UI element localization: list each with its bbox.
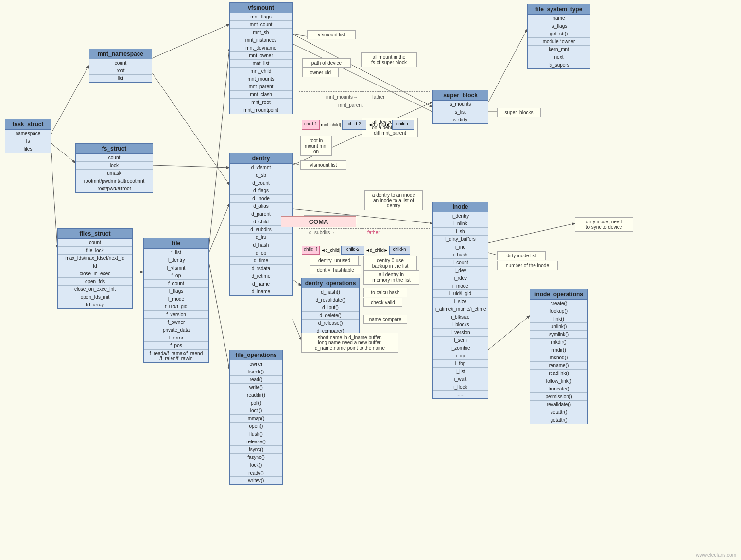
dentry-d-inode: d_inode bbox=[230, 195, 292, 203]
inode-i-blksize: i_blksize bbox=[433, 313, 488, 321]
file-system-type-box: file_system_type name fs_flags get_sb() … bbox=[527, 4, 590, 69]
vfsmount-mnt-count: mnt_count bbox=[230, 21, 292, 29]
iop-follow: follow_link() bbox=[530, 377, 587, 385]
note-all-mount: all mount in thefs of super block bbox=[361, 52, 417, 67]
inode-i-ino: i_ino bbox=[433, 243, 488, 251]
task-struct-box: task_struct namespace fs files bbox=[5, 119, 51, 153]
vfsmount-mnt-mountpoint: mnt_mountpoint bbox=[230, 106, 292, 114]
dentry-d-name: d_name bbox=[230, 280, 292, 288]
sb-s-list: s_list bbox=[433, 108, 488, 116]
do-d-revalidate: d_revalidate() bbox=[302, 296, 359, 304]
dentry-title: dentry bbox=[230, 153, 292, 164]
file-operations-title: file_operations bbox=[230, 350, 282, 360]
inode-i-nlink: i_nlink bbox=[433, 220, 488, 228]
iop-create: create() bbox=[530, 300, 587, 307]
inode-i-sb: i_sb bbox=[433, 228, 488, 236]
vfsmount-mnt-clash: mnt_clash bbox=[230, 91, 292, 99]
vfsmount-mnt-owner: mnt_owner bbox=[230, 52, 292, 60]
child-dentry-1: child-1 bbox=[302, 246, 320, 255]
inode-i-wait: i_wait bbox=[433, 375, 488, 383]
file-f-count: f_count bbox=[144, 280, 208, 288]
vfsmount-mnt-child: mnt_child bbox=[230, 68, 292, 75]
sb-s-dirty: s_dirty bbox=[433, 116, 488, 123]
inode-i-sem: i_sem bbox=[433, 337, 488, 344]
fs-struct-rootmnt: rootmnt/pwdmnt/altroootmnt bbox=[76, 177, 153, 185]
svg-line-14 bbox=[293, 279, 301, 286]
fst-module-owner: module *owner bbox=[528, 38, 590, 46]
mnt-namespace-box: mnt_namespace count root list bbox=[89, 49, 152, 83]
fs-struct-root: root/pwd/altroot bbox=[76, 185, 153, 192]
iop-permission: permission() bbox=[530, 393, 587, 401]
fs-struct-lock: lock bbox=[76, 162, 153, 170]
iop-truncate: truncate() bbox=[530, 385, 587, 393]
fs-struct-title: fs_struct bbox=[76, 144, 153, 154]
fo-fasync: fasync() bbox=[230, 454, 282, 461]
vfsmount-mnt-sb: mnt_sb bbox=[230, 29, 292, 36]
iop-readlink: readlink() bbox=[530, 370, 587, 377]
inode-i-atime: i_atime/i_mtime/i_ctime bbox=[433, 305, 488, 313]
svg-line-2 bbox=[51, 153, 57, 248]
sb-s-mounts: s_mounts bbox=[433, 101, 488, 108]
note-super-blocks: super_blocks bbox=[497, 108, 541, 117]
do-d-release: d_release() bbox=[302, 320, 359, 327]
inode-i-dev: i_dev bbox=[433, 267, 488, 274]
iop-unlink: unlink() bbox=[530, 323, 587, 331]
dentry-d-iname: d_iname bbox=[230, 288, 292, 295]
file-system-type-title: file_system_type bbox=[528, 4, 590, 15]
note-dirty-inode: dirty inode, needto sync to device bbox=[575, 217, 633, 232]
dentry-d-fsdata: d_fsdata bbox=[230, 265, 292, 272]
inode-i-dirty: i_dirty_buffers bbox=[433, 236, 488, 243]
file-f-flags: f_flags bbox=[144, 288, 208, 295]
inode-i-size: i_size bbox=[433, 298, 488, 305]
iop-rmdir: rmdir() bbox=[530, 346, 587, 354]
dentry-d-retime: d_retime bbox=[230, 272, 292, 280]
files-struct-close: close_in_exec bbox=[58, 270, 132, 278]
note-short-name: short name in d_iname buffer,long name n… bbox=[301, 333, 398, 353]
dentry-subdirs-dashed: d_subdirs→ father child-1 ◄d_child| chil… bbox=[299, 228, 430, 257]
files-struct-open-init: open_fds_init bbox=[58, 293, 132, 301]
file-title: file bbox=[144, 238, 208, 249]
inode-i-count: i_count bbox=[433, 259, 488, 267]
note-owner-uid: owner uid bbox=[302, 68, 339, 77]
note-root-in-mount: root inmount mnton bbox=[300, 136, 332, 156]
do-d-lput: d_lput() bbox=[302, 304, 359, 312]
iop-lookup: lookup() bbox=[530, 307, 587, 315]
child-1-highlight: child-1 bbox=[302, 120, 320, 130]
files-struct-box: files_struct count file_lock max_fds/max… bbox=[57, 228, 133, 309]
iop-revalidate: revalidate() bbox=[530, 401, 587, 408]
svg-line-7 bbox=[209, 204, 229, 253]
files-struct-fd-array: fd_array bbox=[58, 301, 132, 308]
child-2-box: child-2 bbox=[342, 120, 366, 130]
note-dentry-to-inode: a dentry to an inodean inode to a list o… bbox=[364, 190, 423, 210]
svg-line-1 bbox=[51, 143, 75, 163]
note-dirty-inode-list: dirty inode list bbox=[497, 251, 546, 260]
iop-rename: rename() bbox=[530, 362, 587, 370]
vfsmount-title: vfsmount bbox=[230, 3, 292, 13]
mnt-namespace-title: mnt_namespace bbox=[89, 49, 152, 59]
svg-line-20 bbox=[488, 223, 575, 243]
dentry-d-flags: d_flags bbox=[230, 187, 292, 195]
svg-line-22 bbox=[293, 163, 300, 165]
file-f-pos: f_pos bbox=[144, 342, 208, 350]
dentry-d-vfsmnt: d_vfsmnt bbox=[230, 164, 292, 171]
mnt-hierarchy-dashed: mnt_mounts→ father mnt_parent child-1 mn… bbox=[299, 91, 430, 135]
dentry-d-hash: d_hash bbox=[230, 241, 292, 249]
inode-i-zombie: i_zombie bbox=[433, 344, 488, 352]
fo-liseek: liseek() bbox=[230, 368, 282, 376]
file-operations-box: file_operations owner liseek() read() wr… bbox=[229, 350, 283, 485]
note-check-valid: check valid bbox=[363, 298, 402, 307]
file-f-vfsmnt: f_vfsmnt bbox=[144, 264, 208, 272]
vfsmount-box: vfsmount mnt_flags mnt_count mnt_sb mnt_… bbox=[229, 2, 293, 114]
svg-line-15 bbox=[293, 319, 301, 340]
inode-i-flock: i_flock bbox=[433, 383, 488, 391]
inode-i-op: i_op bbox=[433, 352, 488, 360]
do-d-hash: d_hash() bbox=[302, 288, 359, 296]
fo-flush: flush() bbox=[230, 430, 282, 438]
super-block-title: super_block bbox=[433, 90, 488, 101]
dentry-d-count: d_count bbox=[230, 179, 292, 187]
note-vfsmount-list2: vfsmount list bbox=[300, 160, 346, 170]
watermark: www.elecfans.com bbox=[696, 552, 736, 558]
svg-line-21 bbox=[293, 34, 307, 36]
inode-operations-box: inode_operations create() lookup() link(… bbox=[530, 289, 588, 424]
files-struct-max-fds: max_fds/max_fdset/next_fd bbox=[58, 255, 132, 262]
